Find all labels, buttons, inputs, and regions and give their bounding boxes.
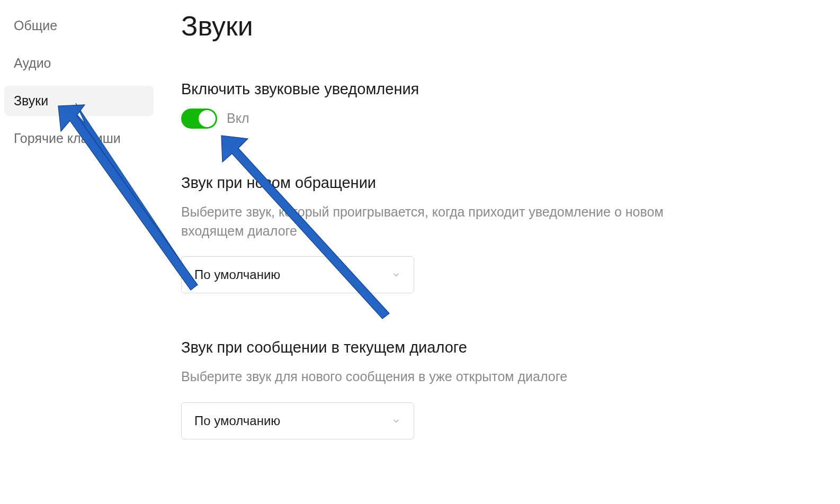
current-dialog-sound-section: Звук при сообщении в текущем диалоге Выб… xyxy=(181,339,808,439)
sidebar-item-sounds[interactable]: Звуки xyxy=(4,86,154,116)
chevron-down-icon xyxy=(391,416,401,426)
enable-sound-title: Включить звуковые уведомления xyxy=(181,80,808,98)
settings-sidebar: Общие Аудио Звуки Горячие клавиши xyxy=(0,0,154,485)
sidebar-item-audio[interactable]: Аудио xyxy=(4,48,154,78)
enable-sound-toggle-label: Вкл xyxy=(227,111,249,126)
page-title: Звуки xyxy=(181,11,808,42)
new-request-sound-selected: По умолчанию xyxy=(194,267,280,282)
sidebar-item-hotkeys[interactable]: Горячие клавиши xyxy=(4,123,154,154)
new-request-sound-description: Выберите звук, который проигрывается, ко… xyxy=(181,202,690,241)
enable-sound-toggle[interactable] xyxy=(181,109,217,129)
new-request-sound-select[interactable]: По умолчанию xyxy=(181,256,414,293)
current-dialog-sound-description: Выберите звук для нового сообщения в уже… xyxy=(181,367,690,386)
enable-sound-toggle-row: Вкл xyxy=(181,109,808,129)
new-request-sound-section: Звук при новом обращении Выберите звук, … xyxy=(181,174,808,294)
current-dialog-sound-select[interactable]: По умолчанию xyxy=(181,402,414,439)
sidebar-item-label: Звуки xyxy=(14,93,48,108)
new-request-sound-title: Звук при новом обращении xyxy=(181,174,808,192)
chevron-down-icon xyxy=(391,270,401,280)
sidebar-item-label: Горячие клавиши xyxy=(14,131,121,146)
enable-sound-section: Включить звуковые уведомления Вкл xyxy=(181,80,808,129)
sidebar-item-general[interactable]: Общие xyxy=(4,11,154,41)
sidebar-item-label: Общие xyxy=(14,18,57,33)
settings-main: Звуки Включить звуковые уведомления Вкл … xyxy=(154,0,840,485)
sidebar-item-label: Аудио xyxy=(14,56,51,70)
current-dialog-sound-selected: По умолчанию xyxy=(194,413,280,428)
current-dialog-sound-title: Звук при сообщении в текущем диалоге xyxy=(181,339,808,356)
